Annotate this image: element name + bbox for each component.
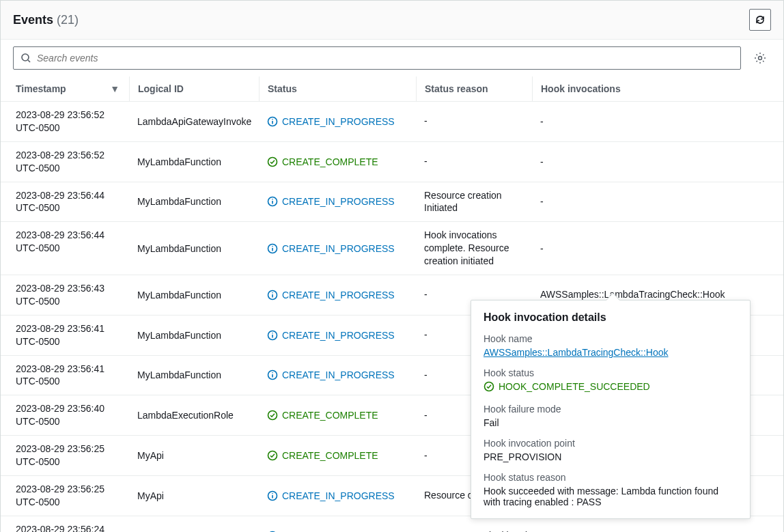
events-panel: Events (21) Timest [0,0,784,532]
cell-timestamp: 2023-08-29 23:56:43UTC-0500 [13,282,129,308]
table-row: 2023-08-29 23:56:43UTC-0500MyLambdaFunct… [1,275,783,316]
status-in-progress[interactable]: CREATE_IN_PROGRESS [267,116,395,127]
status-in-progress[interactable]: CREATE_IN_PROGRESS [267,196,395,207]
hook-reason-value: Hook succeeded with message: Lambda func… [484,486,738,507]
cell-timestamp: 2023-08-29 23:56:41UTC-0500 [13,322,129,348]
column-label: Logical ID [138,83,184,94]
cell-status: CREATE_COMPLETE [259,443,416,468]
hook-invocation-link[interactable]: AWSSamples::LambdaTracingCheck::Hook [540,289,725,300]
status-complete[interactable]: CREATE_COMPLETE [267,410,378,421]
cell-hook-invocations: - [532,109,771,135]
refresh-icon [755,14,766,25]
cell-logical-id: MyLambdaFunction [129,149,259,175]
svg-point-11 [272,246,273,247]
status-in-progress[interactable]: CREATE_IN_PROGRESS [267,490,395,501]
cell-hook-invocations: - [532,149,771,175]
column-header-status-reason[interactable]: Status reason [416,76,532,101]
cell-status: CREATE_IN_PROGRESS [259,109,416,135]
status-in-progress[interactable]: CREATE_IN_PROGRESS [267,243,395,254]
cell-logical-id: LambdaExecutionRole [129,523,259,532]
cell-timestamp: 2023-08-29 23:56:25UTC-0500 [13,483,129,509]
status-in-progress[interactable]: CREATE_IN_PROGRESS [267,369,395,380]
search-input[interactable] [37,53,733,64]
table-row: 2023-08-29 23:56:44UTC-0500MyLambdaFunct… [1,222,783,275]
cell-logical-id: MyLambdaFunction [129,282,259,308]
cell-timestamp: 2023-08-29 23:56:44UTC-0500 [13,189,129,215]
table-row: 2023-08-29 23:56:52UTC-0500MyLambdaFunct… [1,142,783,182]
cell-hook-invocations: - [532,189,771,215]
status-complete[interactable]: CREATE_COMPLETE [267,156,378,167]
hook-point-label: Hook invocation point [484,438,738,449]
svg-point-4 [272,119,273,120]
cell-timestamp: 2023-08-29 23:56:41UTC-0500 [13,363,129,389]
cell-timestamp: 2023-08-29 23:56:44UTC-0500 [13,229,129,268]
cell-status-reason: Hook invocations complete. Resource crea… [416,229,532,268]
cell-status: CREATE_IN_PROGRESS [259,483,416,509]
hook-failure-value: Fail [484,417,738,428]
column-label: Timestamp [16,83,66,94]
title-text: Events [13,13,53,27]
hook-reason-label: Hook status reason [484,472,738,483]
gear-icon [754,52,766,64]
cell-hook-invocations: - [532,229,771,268]
column-label: Status reason [425,83,488,94]
column-header-logical-id[interactable]: Logical ID [129,76,259,101]
cell-status-reason: Resource creati Initiated [416,523,532,532]
cell-hook-invocations [532,523,771,532]
svg-point-14 [272,292,273,294]
sort-desc-icon: ▼ [110,83,126,94]
svg-point-8 [272,199,273,200]
cell-logical-id: MyLambdaFunction [129,363,259,389]
svg-point-0 [22,54,29,61]
panel-header: Events (21) [1,1,783,40]
cell-timestamp: 2023-08-29 23:56:24UTC-0500 [13,523,129,532]
cell-logical-id: MyLambdaFunction [129,229,259,268]
hook-name-link[interactable]: AWSSamples::LambdaTracingCheck::Hook [484,347,669,358]
hook-status-value: HOOK_COMPLETE_SUCCEEDED [484,381,650,392]
cell-status: CREATE_IN_PROGRESS [259,523,416,532]
cell-status-reason: - [416,149,532,175]
cell-logical-id: MyLambdaFunction [129,189,259,215]
cell-status: CREATE_COMPLETE [259,402,416,428]
hook-name-label: Hook name [484,333,738,344]
cell-timestamp: 2023-08-29 23:56:52UTC-0500 [13,109,129,135]
cell-status: CREATE_IN_PROGRESS [259,322,416,348]
table-row: 2023-08-29 23:56:52UTC-0500LambdaApiGate… [1,102,783,142]
svg-point-18 [272,333,273,334]
cell-status: CREATE_IN_PROGRESS [259,282,416,308]
cell-logical-id: LambdaExecutionRole [129,402,259,428]
search-box[interactable] [13,46,741,70]
cell-logical-id: MyApi [129,443,259,468]
svg-point-21 [272,372,273,374]
column-header-hook[interactable]: Hook invocations [532,76,771,101]
column-header-status[interactable]: Status [259,76,416,101]
status-complete[interactable]: CREATE_COMPLETE [267,450,378,461]
refresh-button[interactable] [749,9,771,31]
hook-status-label: Hook status [484,367,738,378]
cell-status: CREATE_COMPLETE [259,149,416,175]
popover-title: Hook invocation details [484,311,738,324]
search-row [1,40,783,76]
cell-status-reason: Resource creation Initiated [416,189,532,215]
cell-timestamp: 2023-08-29 23:56:52UTC-0500 [13,149,129,175]
svg-point-26 [272,493,273,494]
hook-failure-label: Hook failure mode [484,404,738,415]
settings-button[interactable] [749,47,771,69]
events-rows: 2023-08-29 23:56:52UTC-0500LambdaApiGate… [1,102,783,532]
cell-status: CREATE_IN_PROGRESS [259,189,416,215]
column-header-timestamp[interactable]: Timestamp ▼ [13,76,129,101]
header-actions [749,9,771,31]
panel-title: Events (21) [13,13,79,27]
status-in-progress[interactable]: CREATE_IN_PROGRESS [267,330,395,341]
search-icon [20,53,31,64]
column-label: Hook invocations [541,83,621,94]
cell-timestamp: 2023-08-29 23:56:25UTC-0500 [13,443,129,468]
hook-popover: Hook invocation detailsHook nameAWSSampl… [471,300,751,519]
status-in-progress[interactable]: CREATE_IN_PROGRESS [267,290,395,300]
hook-point-value: PRE_PROVISION [484,451,738,462]
title-count: (21) [57,13,79,27]
svg-point-1 [759,57,762,60]
cell-timestamp: 2023-08-29 23:56:40UTC-0500 [13,402,129,428]
cell-status: CREATE_IN_PROGRESS [259,363,416,389]
table-row: 2023-08-29 23:56:44UTC-0500MyLambdaFunct… [1,182,783,223]
